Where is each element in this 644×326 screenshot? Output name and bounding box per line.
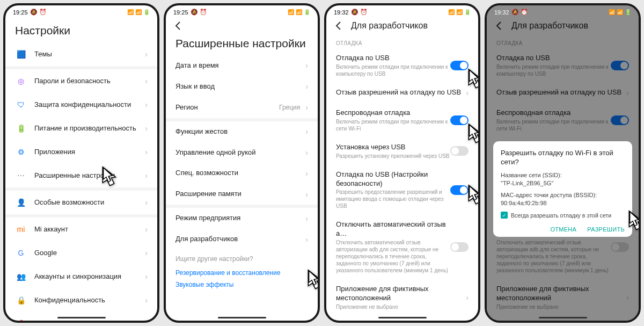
chevron-right-icon: ›: [145, 77, 148, 85]
status-time: 19:32: [334, 9, 349, 16]
dev-row[interactable]: Установка через USB Разрешить установку …: [326, 137, 478, 165]
row-label: Особые возможности: [34, 198, 145, 207]
back-button[interactable]: [334, 21, 343, 31]
row-label: Для разработчиков: [175, 235, 305, 244]
toggle-switch[interactable]: [450, 61, 469, 70]
advanced-list: Дата и время ›Язык и ввод ›Регион Греция…: [166, 55, 318, 321]
row-label: Отключить автоматический отзыв а…: [336, 220, 450, 238]
settings-row[interactable]: 📍 Местоположение ›: [5, 312, 157, 321]
home-indicator[interactable]: [218, 317, 266, 318]
chevron-right-icon: ›: [305, 169, 308, 178]
toggle-switch[interactable]: [450, 242, 469, 252]
settings-row[interactable]: Спец. возможности ›: [166, 163, 318, 184]
settings-row[interactable]: ⚙ Приложения ›: [5, 140, 157, 164]
settings-row[interactable]: ⋯ Расширенные настройки ›: [5, 164, 157, 187]
settings-row[interactable]: Управление одной рукой ›: [166, 142, 318, 163]
row-label: Питание и производительность: [34, 124, 145, 133]
row-label: Пароли и безопасность: [34, 77, 145, 86]
settings-row[interactable]: 👥 Аккаунты и синхронизация ›: [5, 265, 157, 288]
row-subtitle: Отключить автоматический отзыв авторизац…: [336, 239, 450, 274]
chevron-right-icon: ›: [305, 214, 308, 223]
page-title: Для разработчиков: [351, 21, 428, 31]
row-subtitle: Приложение не выбрано: [336, 303, 466, 310]
row-icon: 🟦: [15, 48, 27, 60]
header: Для разработчиков: [326, 17, 478, 35]
status-bar: 19:25 🔕 ⏰ 📶 📶 🔋: [166, 5, 318, 17]
settings-row[interactable]: ◎ Пароли и безопасность ›: [5, 69, 157, 93]
hint-question: Ищите другие настройки?: [175, 255, 308, 263]
chevron-right-icon: ›: [145, 272, 148, 281]
status-time: 19:25: [13, 9, 28, 16]
settings-row[interactable]: Регион Греция ›: [166, 97, 318, 118]
row-label: Функции жестов: [175, 127, 305, 136]
status-bar: 19:32 🔕 ⏰ 📶 📶 🔋: [326, 5, 478, 17]
phone-developer-options: 19:32 🔕 ⏰ 📶 📶 🔋 Для разработчиков ОТЛАДК…: [324, 3, 480, 323]
cancel-button[interactable]: ОТМЕНА: [550, 226, 576, 233]
row-label: Отладка по USB: [336, 54, 450, 63]
checkbox-icon[interactable]: ✓: [501, 212, 508, 219]
status-time: 19:32: [494, 9, 509, 16]
dev-row[interactable]: Отзыв разрешений на отладку по USB ›: [326, 83, 478, 103]
settings-row[interactable]: Для разработчиков ›: [166, 229, 318, 250]
row-label: Приложения: [34, 148, 145, 157]
dialog-bssid: MAC-адрес точки доступа (BSSID):90:9a:4a…: [501, 191, 625, 208]
settings-row[interactable]: Режим предприятия ›: [166, 208, 318, 229]
chevron-right-icon: ›: [145, 198, 148, 207]
allow-button[interactable]: РАЗРЕШИТЬ: [587, 226, 625, 233]
dev-row[interactable]: Приложение для фиктивных местоположений …: [326, 279, 478, 316]
toggle-switch[interactable]: [450, 115, 469, 125]
settings-row[interactable]: 🔒 Конфиденциальность ›: [5, 288, 157, 312]
toggle-switch[interactable]: [450, 185, 469, 195]
toggle-switch[interactable]: [450, 146, 469, 156]
back-button[interactable]: [173, 21, 183, 31]
row-value: Греция: [279, 104, 300, 111]
row-icon: G: [15, 247, 27, 259]
home-indicator[interactable]: [378, 317, 427, 318]
settings-row[interactable]: Расширение памяти ›: [166, 184, 318, 205]
status-bar: 19:32 🔕 ⏰ 📶 📶 🔋: [487, 5, 639, 17]
chevron-right-icon: ›: [145, 249, 148, 257]
row-label: Аккаунты и синхронизация: [34, 272, 145, 281]
hint-link[interactable]: Звуковые эффекты: [175, 279, 308, 291]
dev-row[interactable]: Отладка по USB Включить режим отладки пр…: [326, 48, 478, 83]
dev-row[interactable]: Беспроводная отладка Включать режим отла…: [326, 103, 478, 137]
row-subtitle: Разрешить предоставление разрешений и им…: [336, 189, 450, 209]
chevron-right-icon: ›: [145, 148, 148, 156]
row-label: Расширенные настройки: [34, 171, 145, 180]
settings-row[interactable]: Дата и время ›: [166, 55, 318, 76]
dev-row[interactable]: Отключить автоматический отзыв а… Отключ…: [326, 215, 478, 279]
settings-row[interactable]: G Google ›: [5, 241, 157, 265]
settings-row[interactable]: mi Mi аккаунт ›: [5, 218, 157, 241]
page-title: Настройки: [5, 17, 157, 42]
row-icon: ⚙: [15, 146, 27, 158]
row-label: Приложение для фиктивных местоположений: [336, 285, 466, 303]
wifi-debug-dialog: Разрешить отладку по Wi-Fi в этой сети? …: [493, 141, 632, 237]
settings-row[interactable]: 🔋 Питание и производительность ›: [5, 117, 157, 140]
settings-row[interactable]: 🟦 Темы ›: [5, 42, 157, 66]
section-label: ОТЛАДКА: [326, 35, 478, 48]
dialog-always-allow[interactable]: ✓ Всегда разрешать отладку в этой сети: [501, 212, 625, 219]
row-label: Местоположение: [34, 320, 145, 321]
row-icon: 👤: [15, 197, 27, 208]
settings-row[interactable]: 🛡 Защита конфиденциальности ›: [5, 93, 157, 117]
settings-list: 🟦 Темы ›◎ Пароли и безопасность ›🛡 Защит…: [5, 42, 157, 321]
hint-link[interactable]: Резервирование и восстановление: [175, 267, 308, 279]
row-label: Отладка по USB (Настройки безопасности): [336, 170, 450, 189]
page-title: Расширенные настройки: [166, 35, 318, 55]
chevron-right-icon: ›: [145, 320, 148, 321]
row-icon: 👥: [15, 271, 27, 282]
dev-row[interactable]: Отладка по USB (Настройки безопасности) …: [326, 165, 478, 215]
home-indicator[interactable]: [57, 317, 106, 318]
settings-row[interactable]: 👤 Особые возможности ›: [5, 191, 157, 214]
phone-developer-options-dialog: 19:32 🔕 ⏰ 📶 📶 🔋 Для разработчиков ОТЛАДК…: [485, 3, 641, 323]
chevron-right-icon: ›: [305, 103, 308, 112]
row-icon: 🔋: [15, 122, 27, 134]
settings-row[interactable]: Язык и ввод ›: [166, 76, 318, 97]
dev-list: Отладка по USB Включить режим отладки пр…: [326, 48, 478, 321]
row-label: Темы: [34, 50, 145, 59]
row-icon: ◎: [15, 75, 27, 87]
settings-row[interactable]: Функции жестов ›: [166, 121, 318, 142]
row-label: Спец. возможности: [175, 169, 305, 178]
home-indicator[interactable]: [539, 317, 587, 318]
chevron-right-icon: ›: [305, 235, 308, 244]
